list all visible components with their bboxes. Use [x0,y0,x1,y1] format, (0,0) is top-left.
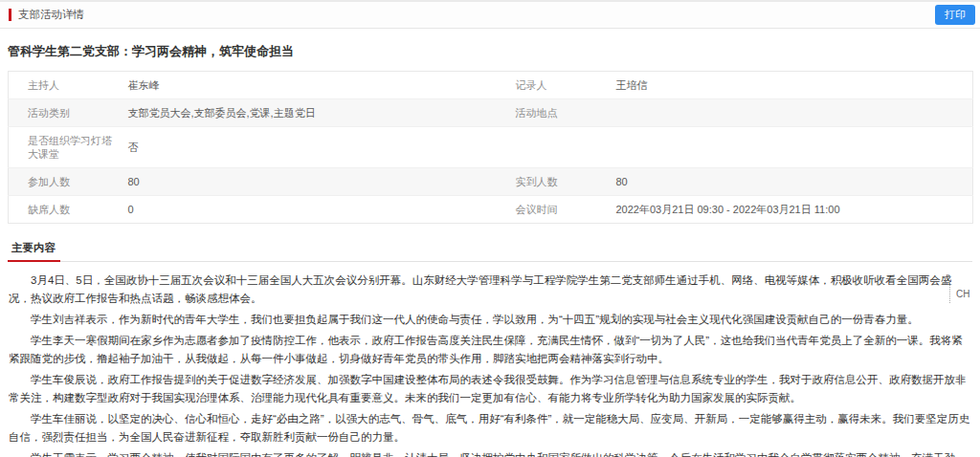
field-label-absent: 缺席人数 [9,196,121,224]
field-value-empty [609,127,973,168]
content-paragraph: 学生李天一寒假期间在家乡作为志愿者参加了疫情防控工作，他表示，政府工作报告高度关… [9,332,971,368]
print-button[interactable]: 打印 [935,5,975,25]
field-label-lighthouse: 是否组织学习灯塔大课堂 [9,127,121,168]
activity-info-table: 主持人 崔东峰 记录人 王培信 活动类别 支部党员大会,支部委员会,党课,主题党… [8,71,973,224]
table-row: 缺席人数 0 会议时间 2022年03月21日 09:30 - 2022年03月… [9,196,973,224]
field-value-participants: 80 [121,168,497,196]
field-label-recorder: 记录人 [497,72,609,99]
field-label-host: 主持人 [9,72,121,99]
table-row: 主持人 崔东峰 记录人 王培信 [9,72,973,99]
main-content-area: 3月4日、5日，全国政协十三届五次会议和十三届全国人大五次会议分别开幕。山东财经… [0,262,980,457]
field-label-category: 活动类别 [9,99,121,127]
field-value-attended: 80 [609,168,973,196]
field-label-participants: 参加人数 [9,168,121,196]
field-value-absent: 0 [121,196,497,224]
content-paragraph: 学生刘吉祥表示，作为新时代的青年大学生，我们也要担负起属于我们这一代人的使命与责… [9,311,971,329]
tab-main-content[interactable]: 主要内容 [8,235,60,262]
ime-language-indicator: CH [949,285,975,303]
field-value-lighthouse: 否 [121,127,497,168]
page-header: 支部活动详情 打印 [0,0,980,29]
red-accent-bar [9,9,11,21]
content-paragraph: 学生车俊辰说，政府工作报告提到的关于促进数字经济发展、加强数字中国建设整体布局的… [9,371,971,407]
content-paragraph: 学生王雪表示，学习两会精神，使我对国际国内有了更多的了解，明辨是非，认清大局，坚… [9,449,971,457]
field-value-meeting-time: 2022年03月21日 09:30 - 2022年03月21日 11:00 [609,196,973,224]
content-paragraph: 3月4日、5日，全国政协十三届五次会议和十三届全国人大五次会议分别开幕。山东财经… [9,272,971,308]
activity-title: 管科学生第二党支部：学习两会精神，筑牢使命担当 [0,29,980,71]
content-paragraph: 学生车佳丽说，以坚定的决心、信心和恒心，走好“必由之路”，以强大的志气、骨气、底… [9,410,971,446]
field-label-empty [497,127,609,168]
table-row: 是否组织学习灯塔大课堂 否 [9,127,973,168]
field-value-recorder: 王培信 [609,72,973,99]
field-label-attended: 实到人数 [497,168,609,196]
field-value-location [609,99,973,127]
field-value-host: 崔东峰 [121,72,497,99]
content-tab-bar: 主要内容 [8,235,972,262]
table-row: 活动类别 支部党员大会,支部委员会,党课,主题党日 活动地点 [9,99,973,127]
page-title: 支部活动详情 [18,8,935,22]
field-value-category: 支部党员大会,支部委员会,党课,主题党日 [121,99,497,127]
table-row: 参加人数 80 实到人数 80 [9,168,973,196]
field-label-meeting-time: 会议时间 [497,196,609,224]
field-label-location: 活动地点 [497,99,609,127]
